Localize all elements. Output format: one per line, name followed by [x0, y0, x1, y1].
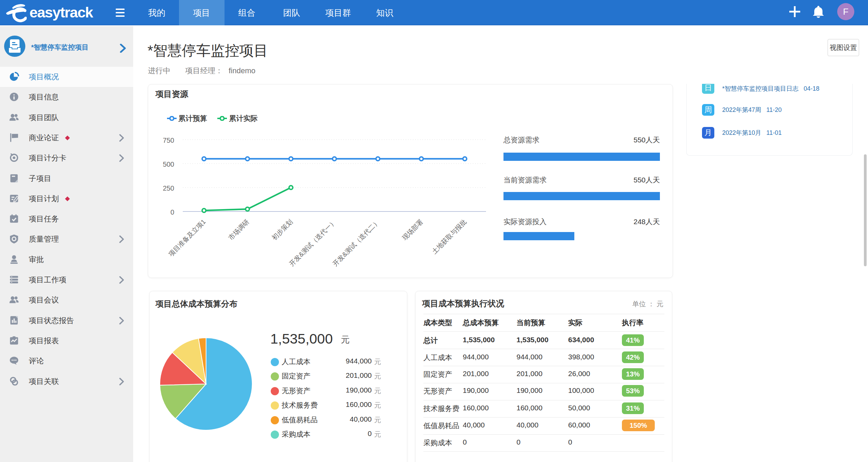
svg-text:初步策划: 初步策划 [270, 218, 294, 242]
svg-text:市场调研: 市场调研 [227, 218, 251, 242]
svg-text:0: 0 [170, 208, 174, 216]
svg-text:项目准备及立项1: 项目准备及立项1 [167, 218, 207, 258]
svg-text:开发&测试（迭代一）: 开发&测试（迭代一） [288, 218, 337, 268]
svg-text:开发&测试（迭代二）: 开发&测试（迭代二） [331, 218, 381, 268]
svg-text:现场部署: 现场部署 [401, 218, 424, 242]
svg-text:250: 250 [163, 184, 174, 192]
svg-text:土地获取与报批: 土地获取与报批 [431, 218, 468, 255]
svg-text:750: 750 [163, 137, 174, 144]
svg-text:500: 500 [163, 161, 174, 168]
